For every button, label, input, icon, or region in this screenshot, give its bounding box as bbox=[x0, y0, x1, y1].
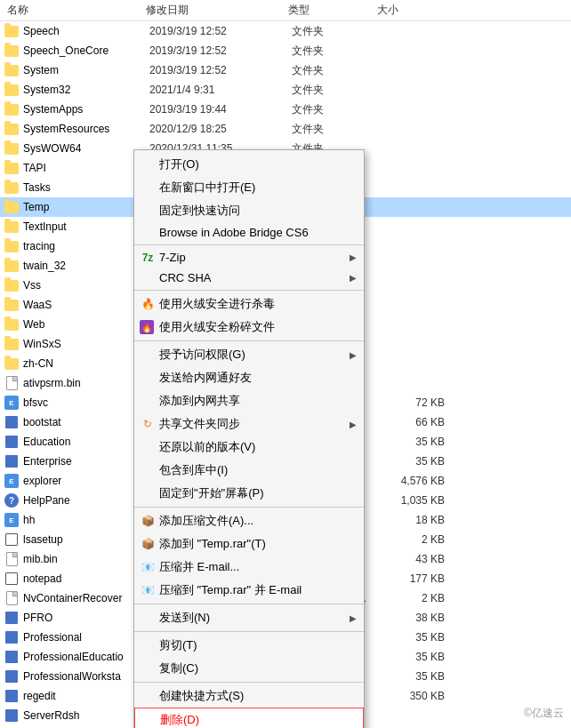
col-header-type[interactable]: 类型 bbox=[288, 3, 377, 18]
menu-item[interactable]: 复制(C) bbox=[134, 657, 364, 680]
notepad-icon bbox=[5, 572, 18, 585]
menu-item-label: 在新窗口中打开(E) bbox=[159, 180, 255, 196]
menu-item[interactable]: 📧压缩到 "Temp.rar" 并 E-mail bbox=[134, 579, 364, 602]
folder-icon bbox=[4, 65, 19, 76]
fire2-icon: 🔥 bbox=[140, 320, 154, 334]
list-item[interactable]: Speech_OneCore 2019/3/19 12:52 文件夹 bbox=[0, 41, 571, 60]
file-icon-wrapper bbox=[4, 63, 20, 77]
file-icon bbox=[6, 376, 18, 390]
file-name: Professional bbox=[23, 631, 149, 644]
menu-item[interactable]: 授予访问权限(G)▶ bbox=[134, 343, 364, 366]
file-name: bootstat bbox=[23, 416, 149, 428]
file-icon-wrapper bbox=[4, 141, 20, 156]
menu-item[interactable]: ↻共享文件夹同步▶ bbox=[134, 412, 364, 436]
file-size: 35 KB bbox=[381, 436, 452, 448]
menu-item[interactable]: 固定到快速访问 bbox=[134, 199, 364, 222]
list-item[interactable]: SystemApps 2019/3/19 19:44 文件夹 bbox=[0, 100, 571, 119]
file-size: 66 KB bbox=[381, 416, 452, 428]
file-icon-wrapper bbox=[4, 200, 20, 214]
menu-item[interactable]: 📦添加压缩文件(A)... bbox=[134, 509, 364, 532]
menu-item[interactable]: 还原以前的版本(V) bbox=[134, 436, 364, 459]
file-sq-blue-icon bbox=[5, 436, 18, 448]
list-item[interactable]: System32 2021/1/4 9:31 文件夹 bbox=[0, 80, 571, 100]
list-item[interactable]: System 2019/3/19 12:52 文件夹 bbox=[0, 60, 571, 80]
menu-item-label: 固定到"开始"屏幕(P) bbox=[159, 485, 264, 501]
menu-item[interactable]: 创建快捷方式(S) bbox=[134, 684, 364, 708]
menu-separator bbox=[134, 244, 364, 245]
file-size: 35 KB bbox=[381, 651, 452, 663]
file-name: ServerRdsh bbox=[23, 709, 149, 722]
file-icon bbox=[6, 591, 18, 605]
file-icon-wrapper bbox=[4, 611, 20, 625]
file-type: 文件夹 bbox=[292, 122, 381, 137]
menu-item[interactable]: 删除(D) bbox=[134, 708, 364, 728]
file-icon-wrapper bbox=[4, 650, 20, 664]
menu-item[interactable]: 📧压缩并 E-mail... bbox=[134, 556, 364, 579]
file-sq-blue-icon bbox=[5, 455, 18, 468]
folder-icon bbox=[4, 104, 19, 116]
menu-item[interactable]: 🔥使用火绒安全粉碎文件 bbox=[134, 316, 364, 339]
file-sq-blue-icon bbox=[5, 612, 18, 624]
file-sq-blue-icon bbox=[5, 709, 18, 722]
file-name: Tasks bbox=[23, 181, 149, 194]
menu-item-label: 打开(O) bbox=[159, 156, 199, 172]
file-name: SystemResources bbox=[23, 123, 149, 135]
file-name: Web bbox=[23, 318, 149, 331]
file-icon-wrapper bbox=[4, 24, 20, 38]
menu-item[interactable]: 添加到内网共享 bbox=[134, 389, 364, 412]
file-type: 文件夹 bbox=[292, 24, 381, 39]
folder-icon bbox=[4, 143, 19, 155]
menu-item[interactable]: Browse in Adobe Bridge CS6 bbox=[134, 222, 364, 243]
list-item[interactable]: Speech 2019/3/19 12:52 文件夹 bbox=[0, 21, 571, 41]
list-item[interactable]: SystemResources 2020/12/9 18:25 文件夹 bbox=[0, 119, 571, 139]
file-icon-wrapper bbox=[4, 161, 20, 175]
file-name: SysWOW64 bbox=[23, 142, 149, 155]
file-icon-wrapper: ? bbox=[4, 493, 20, 508]
file-explorer-panel: 名称 修改日期 类型 大小 Speech 2019/3/19 12:52 文件夹… bbox=[0, 0, 571, 728]
file-name: twain_32 bbox=[23, 260, 149, 272]
menu-item[interactable]: 剪切(T) bbox=[134, 634, 364, 657]
file-date: 2019/3/19 12:52 bbox=[149, 64, 292, 76]
menu-item-label: 剪切(T) bbox=[159, 637, 197, 653]
fire-icon: 🔥 bbox=[140, 296, 156, 312]
menu-item[interactable]: 📦添加到 "Temp.rar"(T) bbox=[134, 532, 364, 556]
menu-item[interactable]: 7z7-Zip▶ bbox=[134, 247, 364, 268]
file-icon-wrapper bbox=[4, 337, 20, 351]
menu-item[interactable]: 在新窗口中打开(E) bbox=[134, 176, 364, 199]
file-size: 43 KB bbox=[381, 553, 452, 565]
col-header-date[interactable]: 修改日期 bbox=[146, 3, 288, 18]
col-header-size[interactable]: 大小 bbox=[377, 3, 448, 18]
file-name: TAPI bbox=[23, 162, 149, 174]
zip-blue-icon: 📧 bbox=[140, 559, 156, 575]
menu-item-label: 压缩到 "Temp.rar" 并 E-mail bbox=[159, 582, 302, 598]
menu-item-label: 包含到库中(I) bbox=[159, 462, 228, 478]
menu-item[interactable]: 固定到"开始"屏幕(P) bbox=[134, 482, 364, 505]
submenu-arrow: ▶ bbox=[350, 273, 357, 283]
file-icon-wrapper: E bbox=[4, 474, 20, 488]
menu-separator bbox=[134, 290, 364, 291]
file-icon-wrapper bbox=[4, 298, 20, 312]
file-type: 文件夹 bbox=[292, 44, 381, 59]
menu-item[interactable]: 包含到库中(I) bbox=[134, 459, 364, 482]
file-name: Vss bbox=[23, 279, 149, 292]
menu-item[interactable]: CRC SHA▶ bbox=[134, 268, 364, 288]
file-icon-wrapper bbox=[4, 454, 20, 468]
menu-item-label: 7-Zip bbox=[159, 251, 186, 264]
file-size: 35 KB bbox=[381, 455, 452, 468]
folder-icon bbox=[4, 280, 19, 292]
col-header-name[interactable]: 名称 bbox=[4, 3, 146, 18]
menu-item[interactable]: 打开(O) bbox=[134, 153, 364, 176]
menu-item[interactable]: 发送到(N)▶ bbox=[134, 606, 364, 629]
file-name: Education bbox=[23, 436, 149, 448]
menu-item[interactable]: 发送给内网通好友 bbox=[134, 366, 364, 389]
menu-separator bbox=[134, 340, 364, 341]
file-name: Enterprise bbox=[23, 455, 149, 468]
menu-item[interactable]: 🔥使用火绒安全进行杀毒 bbox=[134, 292, 364, 316]
file-size: 2 KB bbox=[381, 592, 452, 604]
file-icon-wrapper: E bbox=[4, 513, 20, 527]
folder-icon bbox=[4, 339, 19, 350]
file-name: Speech bbox=[23, 25, 149, 37]
menu-item-label: 共享文件夹同步 bbox=[159, 416, 240, 432]
file-name: ProfessionalWorksta bbox=[23, 670, 149, 683]
menu-item-label: 固定到快速访问 bbox=[159, 203, 240, 219]
